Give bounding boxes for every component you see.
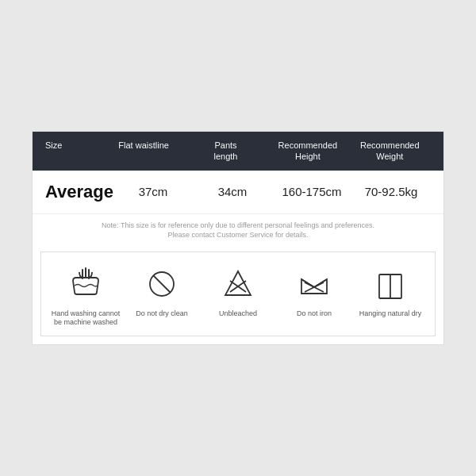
- care-label-no-dry-clean: Do not dry clean: [136, 309, 188, 319]
- care-item-no-dry-clean: Do not dry clean: [126, 265, 198, 319]
- care-item-handwash: Hand washing cannot be machine washed: [50, 265, 121, 328]
- header-pants-length: Pantslength: [185, 140, 267, 163]
- handwash-icon: [67, 265, 105, 303]
- care-item-hang-dry: Hanging natural dry: [355, 265, 426, 319]
- header-size: Size: [45, 140, 102, 163]
- hang-dry-icon: [371, 265, 409, 303]
- product-info-card: Size Flat waistline Pantslength Recommen…: [32, 131, 444, 345]
- header-weight: RecommendedWeight: [349, 140, 431, 163]
- header-height: RecommendedHeight: [267, 140, 348, 163]
- table-header: Size Flat waistline Pantslength Recommen…: [33, 132, 443, 171]
- care-label-handwash: Hand washing cannot be machine washed: [50, 309, 121, 328]
- care-label-unbleached: Unbleached: [219, 309, 257, 319]
- unbleached-icon: [219, 265, 257, 303]
- table-data-row: Average 37cm 34cm 160-175cm 70-92.5kg: [33, 171, 443, 214]
- cell-waistline: 37cm: [113, 185, 193, 198]
- no-iron-icon: [295, 265, 333, 303]
- cell-weight: 70-92.5kg: [351, 185, 431, 198]
- cell-height: 160-175cm: [272, 185, 351, 198]
- care-label-no-iron: Do not iron: [297, 309, 332, 319]
- header-waistline: Flat waistline: [102, 140, 184, 163]
- cell-pants-length: 34cm: [193, 185, 272, 198]
- no-dry-clean-icon: [143, 265, 181, 303]
- care-item-no-iron: Do not iron: [278, 265, 350, 319]
- care-instructions: Hand washing cannot be machine washed Do…: [40, 251, 436, 336]
- care-label-hang-dry: Hanging natural dry: [359, 309, 422, 319]
- svg-line-1: [153, 275, 171, 293]
- cell-size: Average: [45, 182, 113, 202]
- size-note: Note: This size is for reference only du…: [33, 214, 443, 247]
- care-item-unbleached: Unbleached: [202, 265, 274, 319]
